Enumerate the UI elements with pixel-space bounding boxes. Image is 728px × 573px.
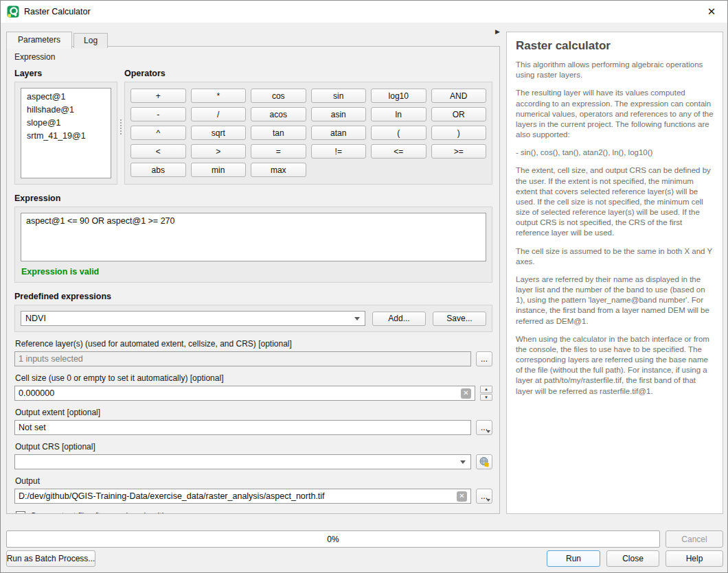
help-panel: Raster calculator This algorithm allows … [506,32,723,514]
help-button[interactable]: Help [666,550,723,567]
chevron-down-icon [354,317,360,320]
operator-button[interactable]: ) [431,126,487,140]
operator-button[interactable]: ln [371,107,426,121]
help-panel-collapse-arrow[interactable]: ▶ [495,28,500,35]
cell-size-label: Cell size (use 0 or empty to set it auto… [15,373,492,383]
expression-section: Expression aspect@1 <= 90 OR aspect@1 >=… [14,194,492,283]
help-paragraph: Layers are referred by their name as dis… [516,274,714,327]
predefined-expressions-section: Predefined expressions NDVI Add... Save.… [14,292,492,332]
close-button[interactable]: Close [606,550,659,567]
operator-button[interactable]: + [130,89,186,103]
reference-layers-browse-button[interactable]: ... [476,351,492,366]
operator-button[interactable]: acos [251,107,306,121]
expression-valid-status: Expression is valid [21,267,486,277]
open-output-row: ✓ Open output file after running algorit… [16,511,492,514]
run-button[interactable]: Run [547,550,600,567]
operator-button[interactable]: asin [311,107,367,121]
clear-field-icon[interactable]: ✕ [461,388,471,399]
layer-list-item[interactable]: aspect@1 [27,91,105,104]
window-title: Raster Calculator [24,7,91,16]
run-as-batch-button[interactable]: Run as Batch Process... [6,550,95,567]
add-expression-button[interactable]: Add... [372,312,426,326]
operator-button[interactable]: * [191,89,247,103]
dialog-button-row: Run as Batch Process... Run Close Help [6,550,723,567]
operators-grid: +*cossinlog10AND-/acosasinlnOR^sqrttanat… [130,89,486,177]
operator-button[interactable]: cos [251,89,306,103]
save-expression-button[interactable]: Save... [433,312,486,326]
operator-button[interactable]: - [130,107,186,121]
parameters-panel: Expression Layers aspect@1hillshade@1slo… [6,46,500,514]
help-paragraph: When using the calculator in the batch i… [516,334,714,397]
output-browse-button[interactable]: ... [476,489,492,504]
cell-size-field[interactable]: 0.000000 ✕ [14,386,475,401]
operator-button[interactable]: < [130,144,186,159]
open-output-checkbox-label: Open output file after running algorithm [30,511,173,514]
help-body: This algorithm allows performing algebra… [516,60,714,397]
operators-groupbox: +*cossinlog10AND-/acosasinlnOR^sqrttanat… [124,82,492,185]
qgis-logo-icon [7,5,19,18]
operator-button[interactable]: tan [251,126,306,140]
reference-layers-label: Reference layer(s) (used for automated e… [15,339,492,349]
operator-button[interactable]: ^ [130,126,186,140]
raster-calculator-dialog: Raster Calculator ✕ Parameters Log ▶ Exp… [0,0,728,573]
output-crs-label: Output CRS [optional] [15,442,492,452]
output-extent-value: Not set [19,423,46,432]
output-crs-select[interactable] [14,454,471,469]
operator-button[interactable]: != [311,144,367,159]
operator-button[interactable]: log10 [371,89,426,103]
operator-button[interactable]: sqrt [191,126,247,140]
cancel-button: Cancel [666,530,723,548]
operator-button[interactable]: = [251,144,306,159]
splitter-handle[interactable] [117,69,124,185]
predefined-expression-select[interactable]: NDVI [21,311,365,326]
window-close-button[interactable]: ✕ [696,1,727,22]
operator-button[interactable]: max [251,163,306,177]
operators-label: Operators [124,69,492,78]
spin-up-icon[interactable]: ▲ [480,386,492,393]
reference-layers-value: 1 inputs selected [19,354,83,364]
operator-button[interactable]: > [191,144,247,159]
output-extent-field[interactable]: Not set [14,420,471,435]
operator-button[interactable]: / [191,107,247,121]
operator-button[interactable]: AND [431,89,487,103]
output-extent-browse-button[interactable]: ... [476,420,492,435]
output-extent-label: Output extent [optional] [15,408,492,417]
expression-caption: Expression [14,52,492,62]
operator-button[interactable]: abs [130,163,186,177]
layers-groupbox: aspect@1hillshade@1slope@1srtm_41_19@1 [14,82,117,185]
operator-button[interactable]: <= [371,144,426,159]
help-paragraph: This algorithm allows performing algebra… [516,60,714,80]
layers-list[interactable]: aspect@1hillshade@1slope@1srtm_41_19@1 [21,88,111,178]
operator-button[interactable]: min [191,163,247,177]
cell-size-stepper[interactable]: ▲ ▼ [480,386,492,401]
help-paragraph: - sin(), cos(), tan(), atan2(), ln(), lo… [516,148,714,158]
spin-down-icon[interactable]: ▼ [480,394,492,401]
layers-label: Layers [14,69,117,78]
operator-button[interactable]: ( [371,126,426,140]
select-crs-button[interactable] [476,454,492,469]
tab-parameters[interactable]: Parameters [6,32,72,49]
output-path-field[interactable]: D:/dev/github/QGIS-Training-Data/exercis… [14,489,471,504]
operator-button[interactable]: >= [431,144,487,159]
clear-field-icon[interactable]: ✕ [457,491,467,502]
layer-list-item[interactable]: hillshade@1 [27,104,105,117]
layer-list-item[interactable]: slope@1 [27,117,105,130]
open-output-checkbox[interactable]: ✓ [16,511,25,514]
output-path-value: D:/dev/github/QGIS-Training-Data/exercis… [19,491,325,501]
predefined-expressions-label: Predefined expressions [14,292,492,301]
help-paragraph: The resulting layer will have its values… [516,88,714,140]
help-paragraph: The cell size is assumed to be the same … [516,246,714,267]
tab-bar: Parameters Log [6,31,109,48]
cell-size-value: 0.000000 [19,388,54,398]
reference-layers-field[interactable]: 1 inputs selected [14,351,471,366]
tab-log[interactable]: Log [73,33,108,48]
help-title: Raster calculator [516,39,714,53]
expression-input[interactable]: aspect@1 <= 90 OR aspect@1 >= 270 [21,213,486,261]
operator-button[interactable]: OR [431,107,487,121]
operator-button[interactable]: sin [311,89,367,103]
operator-button[interactable]: atan [311,126,367,140]
layer-list-item[interactable]: srtm_41_19@1 [27,130,105,143]
layers-operators-row: Layers aspect@1hillshade@1slope@1srtm_41… [14,69,492,185]
progress-bar: 0% [6,530,660,548]
help-paragraph: The extent, cell size, and output CRS ca… [516,165,714,238]
